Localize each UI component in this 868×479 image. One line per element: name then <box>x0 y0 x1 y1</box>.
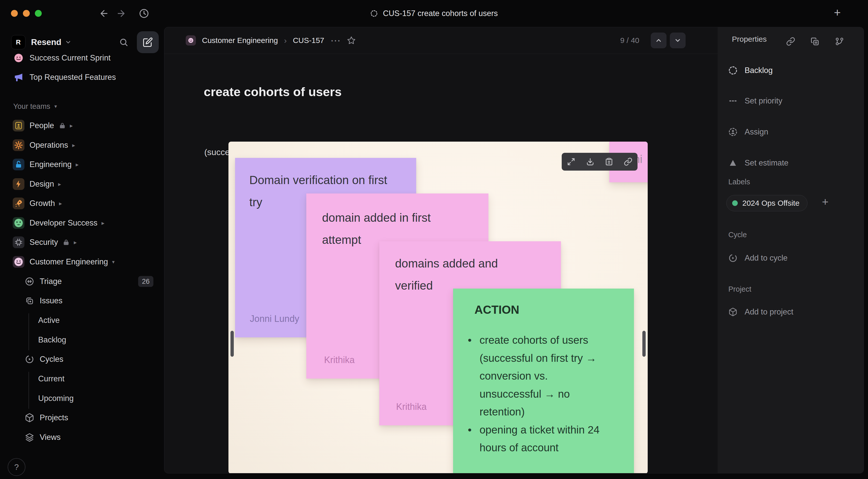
copy-id-icon[interactable] <box>810 37 819 46</box>
caret-down-icon[interactable]: ▾ <box>112 259 115 265</box>
triage-count-badge: 26 <box>138 276 153 287</box>
issues-icon <box>24 295 35 307</box>
previous-issue-button[interactable] <box>651 33 666 48</box>
layers-icon <box>24 432 35 443</box>
properties-panel: Properties Backlog Set priority <box>718 27 864 473</box>
caret-right-icon[interactable]: ▸ <box>72 142 75 149</box>
sidebar-item-current[interactable]: Current <box>0 371 164 387</box>
bullet-icon: • <box>468 421 479 457</box>
smiley-emoji-icon <box>13 256 24 268</box>
favorite-star-icon[interactable] <box>347 36 356 45</box>
add-to-project-button[interactable]: Add to project <box>727 304 793 320</box>
workspace-name[interactable]: Resend <box>31 37 61 47</box>
gear-icon <box>13 139 24 151</box>
chevron-down-icon[interactable] <box>65 39 71 45</box>
issue-view-card: Customer Engineering › CUS-157 ⋯ 9 / 40 … <box>164 27 864 473</box>
sidebar-item-growth[interactable]: Growth ▸ <box>0 195 164 212</box>
download-icon[interactable] <box>586 157 594 166</box>
expand-image-icon[interactable] <box>567 157 576 166</box>
backlog-status-icon <box>370 10 378 17</box>
help-button[interactable]: ? <box>8 458 25 476</box>
priority-selector[interactable]: Set priority <box>727 93 782 108</box>
add-to-cycle-button[interactable]: Add to cycle <box>727 250 787 266</box>
issue-title[interactable]: create cohorts of users <box>204 85 342 99</box>
labels-section-header: Labels <box>728 178 750 186</box>
git-branch-icon[interactable] <box>835 37 844 46</box>
sidebar-item-developer-success[interactable]: Developer Success ▸ <box>0 215 164 231</box>
status-selector[interactable]: Backlog <box>727 63 773 78</box>
sidebar-item-operations[interactable]: Operations ▸ <box>0 137 164 154</box>
back-arrow-icon[interactable] <box>99 8 109 19</box>
window-title-text: CUS-157 create cohorts of users <box>383 9 498 18</box>
sidebar-item-active[interactable]: Active <box>0 312 164 329</box>
traffic-light-zoom[interactable] <box>35 10 42 17</box>
window-title: CUS-157 create cohorts of users <box>370 0 498 27</box>
estimate-selector[interactable]: Set estimate <box>727 155 788 170</box>
caret-right-icon[interactable]: ▸ <box>75 161 79 168</box>
breadcrumb: Customer Engineering › CUS-157 ⋯ <box>186 27 356 54</box>
search-icon[interactable] <box>119 38 128 47</box>
breadcrumb-team[interactable]: Customer Engineering <box>202 36 278 45</box>
attached-image-whiteboard[interactable]: Domain verification on first try Jonni L… <box>228 141 648 473</box>
image-toolbar <box>562 153 638 170</box>
bullet-icon: • <box>468 331 479 421</box>
next-issue-button[interactable] <box>670 33 686 48</box>
sidebar: R Resend Success Current Sprint Top Requ… <box>0 27 164 479</box>
sidebar-item-upcoming[interactable]: Upcoming <box>0 390 164 407</box>
breadcrumb-separator: › <box>284 36 287 45</box>
label-color-dot <box>732 200 738 206</box>
sidebar-item-engineering[interactable]: Engineering ▸ <box>0 156 164 173</box>
team-avatar[interactable] <box>186 35 196 45</box>
note-author: Krithika <box>396 402 427 412</box>
image-resize-handle-right[interactable] <box>642 331 646 357</box>
no-priority-icon <box>727 95 739 106</box>
sidebar-item-success-current-sprint[interactable]: Success Current Sprint <box>0 50 164 66</box>
lock-icon <box>59 122 66 129</box>
image-resize-handle-left[interactable] <box>230 331 234 357</box>
sidebar-item-security[interactable]: Security ▸ <box>0 234 164 251</box>
note-author: Krithika <box>324 355 354 365</box>
sidebar-section-your-teams[interactable]: Your teams ▾ <box>0 99 164 114</box>
sidebar-item-customer-engineering[interactable]: Customer Engineering ▾ <box>0 254 164 270</box>
cycle-icon <box>727 252 739 264</box>
rocket-icon <box>13 197 24 209</box>
caret-right-icon[interactable]: ▸ <box>101 220 104 227</box>
sidebar-item-backlog[interactable]: Backlog <box>0 331 164 348</box>
star-struck-emoji-icon <box>13 217 24 229</box>
copy-to-clipboard-icon[interactable] <box>605 157 613 166</box>
sidebar-item-design[interactable]: Design ▸ <box>0 176 164 192</box>
sidebar-item-issues[interactable]: Issues <box>0 292 164 309</box>
chip-icon <box>13 236 24 248</box>
copy-link-icon[interactable] <box>624 157 632 166</box>
breadcrumb-issue-id[interactable]: CUS-157 <box>293 36 324 45</box>
traffic-light-close[interactable] <box>11 10 18 17</box>
add-label-plus-icon[interactable]: + <box>822 195 829 208</box>
workspace-logo[interactable]: R <box>11 35 25 49</box>
traffic-light-minimize[interactable] <box>23 10 30 17</box>
assignee-selector[interactable]: Assign <box>727 124 768 139</box>
caret-right-icon[interactable]: ▸ <box>74 239 77 246</box>
properties-header: Properties <box>732 35 767 43</box>
forward-arrow-icon[interactable] <box>116 8 126 19</box>
issue-header: Customer Engineering › CUS-157 ⋯ 9 / 40 <box>164 27 718 54</box>
smiley-hearts-icon <box>13 52 24 64</box>
sidebar-item-people[interactable]: People ▸ <box>0 117 164 134</box>
caret-right-icon[interactable]: ▸ <box>70 122 73 129</box>
caret-right-icon[interactable]: ▸ <box>59 200 62 207</box>
caret-right-icon[interactable]: ▸ <box>58 181 61 188</box>
sidebar-item-views[interactable]: Views <box>0 429 164 446</box>
note-bullets: •create cohorts of users (successful on … <box>468 331 604 457</box>
cycle-icon <box>24 354 35 365</box>
megaphone-icon <box>13 71 24 83</box>
sidebar-item-triage[interactable]: Triage 26 <box>0 273 164 290</box>
new-tab-plus-icon[interactable]: + <box>834 6 841 19</box>
sidebar-item-top-requested-features[interactable]: Top Requested Features <box>0 69 164 86</box>
label-pill[interactable]: 2024 Ops Offsite <box>726 195 807 211</box>
sidebar-item-projects[interactable]: Projects <box>0 409 164 426</box>
sticky-note-action: ACTION •create cohorts of users (success… <box>453 289 634 473</box>
triage-icon <box>24 276 35 287</box>
sidebar-item-cycles[interactable]: Cycles <box>0 351 164 368</box>
issue-pager-position: 9 / 40 <box>620 27 639 54</box>
history-clock-icon[interactable] <box>138 8 149 19</box>
copy-link-icon[interactable] <box>786 37 795 46</box>
